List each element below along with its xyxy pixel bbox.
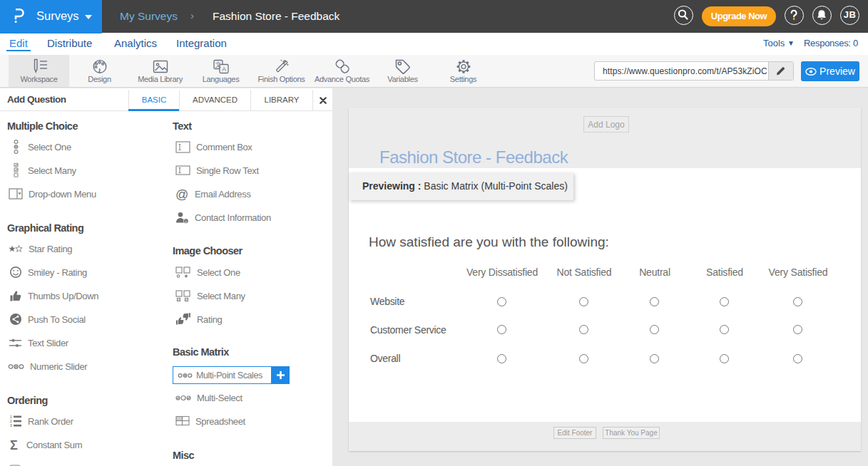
- svg-text:2: 2: [10, 419, 12, 423]
- svg-text:文: 文: [215, 61, 221, 68]
- svg-text:@: @: [175, 187, 188, 201]
- svg-text:3: 3: [10, 423, 12, 428]
- svg-text:Σ: Σ: [10, 438, 18, 451]
- svg-text:A: A: [222, 66, 226, 73]
- svg-text:1: 1: [10, 415, 12, 419]
